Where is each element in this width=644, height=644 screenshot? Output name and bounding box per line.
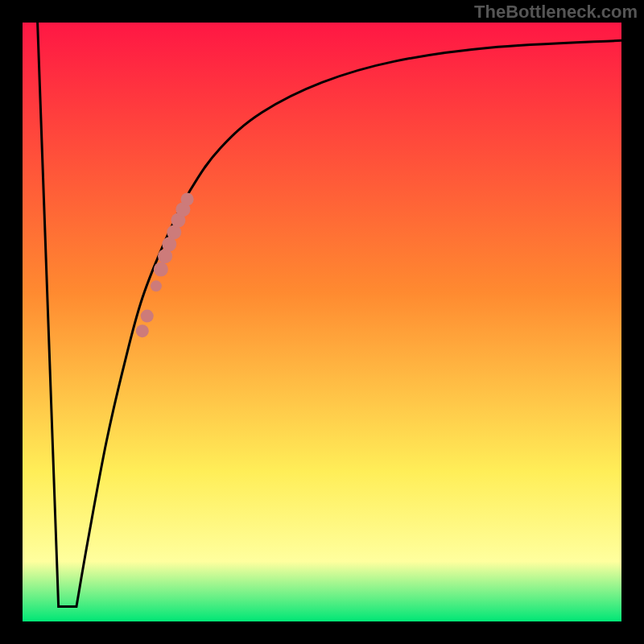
chart-container: TheBottleneck.com (0, 0, 644, 644)
data-dot (136, 324, 149, 337)
data-dot (141, 310, 154, 323)
data-dot (154, 262, 168, 277)
data-dot (181, 192, 194, 205)
watermark-text: TheBottleneck.com (474, 2, 638, 23)
data-dot (151, 280, 162, 291)
bottleneck-chart (0, 0, 644, 644)
plot-area (23, 23, 621, 621)
